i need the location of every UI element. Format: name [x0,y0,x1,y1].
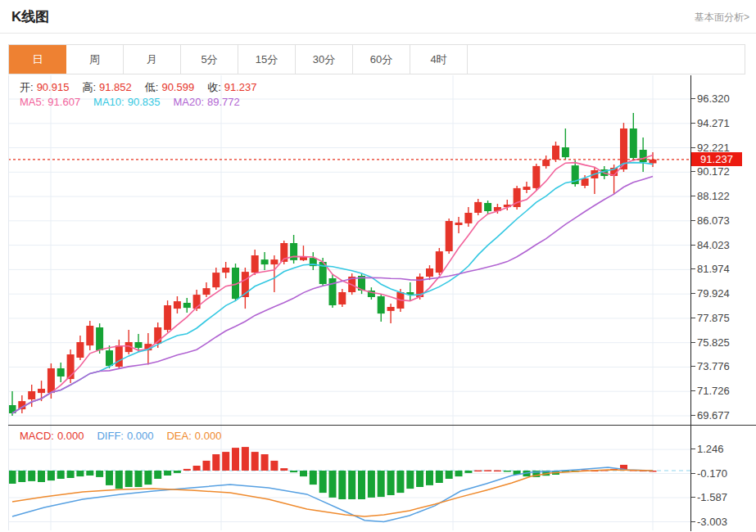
open-value: 90.915 [37,81,70,93]
high-value: 91.852 [99,81,132,93]
page-title: K线图 [11,7,49,26]
ma20-label: MA20: [173,96,204,108]
ma10-label: MA10: [93,96,124,108]
axis-tick-label: 69.677 [691,409,730,422]
kline-chart-area: 开:90.915高:91.852低:90.599收:91.237 MA5:91.… [0,74,756,532]
panel-divider [8,425,756,426]
tab-周[interactable]: 周 [66,45,124,74]
ma5-value: 91.607 [48,96,80,108]
plot-left-border [8,75,9,530]
axis-tick-label: 73.776 [691,360,730,372]
tab-60分[interactable]: 60分 [353,45,410,74]
dea-value: 0.000 [195,430,222,442]
tab-30分[interactable]: 30分 [296,45,353,74]
axis-tick-label: 94.271 [691,117,730,129]
low-value: 90.599 [161,81,194,93]
axis-tick-label: 75.825 [691,336,730,349]
fundamental-analysis-link[interactable]: 基本面分析> [695,11,749,25]
kline-page: K线图 基本面分析> 日周月5分15分30分60分4时 开:90.915高:91… [0,0,756,532]
open-label: 开: [20,81,34,93]
main-candlestick-chart[interactable] [8,75,690,425]
header-divider [0,33,756,34]
ma20-value: 89.772 [207,96,240,108]
axis-tick-label: 88.122 [691,190,730,202]
diff-value: 0.000 [127,430,154,442]
axis-tick-label: 77.875 [691,312,730,324]
tab-4时[interactable]: 4时 [410,45,468,74]
axis-tick-label: -1.587 [691,491,727,503]
axis-tick-label: 86.073 [691,214,730,227]
axis-tick-label: 81.974 [691,263,730,275]
tab-月[interactable]: 月 [124,45,181,74]
low-label: 低: [145,81,159,93]
period-tabbar: 日周月5分15分30分60分4时 [8,44,745,74]
dea-label: DEA: [166,430,191,442]
tab-5分[interactable]: 5分 [181,45,238,74]
macd-label: MACD: [20,430,54,442]
high-label: 高: [82,81,96,93]
close-value: 91.237 [224,81,257,93]
ohlc-readout: 开:90.915高:91.852低:90.599收:91.237 [20,80,260,95]
axis-tick-label: 79.924 [691,287,730,300]
close-label: 收: [207,81,221,93]
ma10-value: 90.835 [128,96,161,108]
ma5-label: MA5: [20,96,44,108]
axis-tick-label: 96.320 [691,92,730,105]
macd-value: 0.000 [57,430,84,442]
axis-tick-label: -3.003 [691,516,727,528]
diff-label: DIFF: [97,430,124,442]
axis-tick-label: 84.023 [691,239,730,251]
current-price-tag: 91.237 [691,152,742,166]
axis-tick-label: 1.246 [691,443,724,455]
tab-日[interactable]: 日 [9,45,66,74]
axis-tick-label: -0.170 [691,467,727,480]
tab-15分[interactable]: 15分 [238,45,296,74]
axis-tick-label: 90.172 [691,165,730,178]
macd-readout: MACD:0.000DIFF:0.000DEA:0.000 [20,430,224,442]
ma-readout: MA5:91.607MA10:90.835MA20:89.772 [20,96,243,108]
axis-tick-label: 71.726 [691,385,730,397]
axis-tick-label: 92.221 [691,142,730,154]
